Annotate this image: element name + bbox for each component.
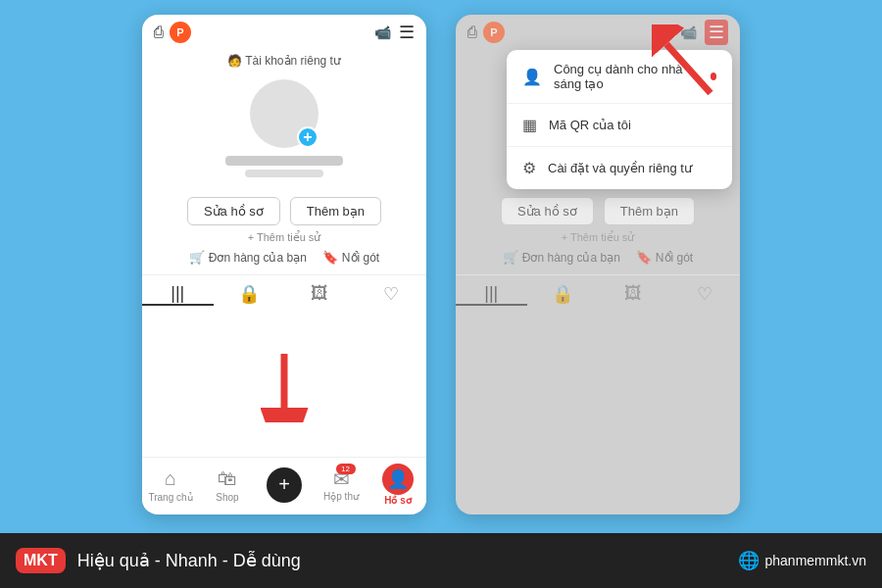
svg-line-3	[666, 44, 710, 93]
left-top-bar: ⎙ P 📹 ☰	[142, 15, 426, 50]
tab-heart-left[interactable]: ♡	[356, 283, 427, 306]
avatar-add-icon[interactable]: +	[297, 126, 318, 148]
bookmark-icon-right: 🔖	[636, 250, 652, 265]
home-icon-left: ⌂	[165, 467, 176, 490]
wishlist-link-left[interactable]: 🔖 Nổi gót	[322, 250, 379, 265]
left-phone: ⎙ P 📹 ☰ 🧑 Tài khoản riêng tư +	[142, 15, 426, 514]
add-nav-left[interactable]: +	[256, 467, 313, 503]
share-icon[interactable]: ⎙	[154, 24, 164, 41]
phones-area: ⎙ P 📹 ☰ 🧑 Tài khoản riêng tư +	[0, 0, 882, 533]
shop-icon-left: 🛍	[218, 467, 237, 490]
tab-heart-right[interactable]: ♡	[669, 283, 741, 306]
sub-bar-left	[245, 170, 323, 177]
bottom-nav-left: ⌂ Trang chủ 🛍 Shop + ✉ Hộp thư 👤 Hồ sơ	[142, 457, 426, 512]
inbox-nav-left[interactable]: ✉ Hộp thư	[313, 467, 369, 502]
hamburger-menu-icon[interactable]: ☰	[399, 22, 415, 43]
tab-grid-right[interactable]: |||	[456, 283, 527, 306]
bottom-tagline: Hiệu quả - Nhanh - Dễ dùng	[77, 550, 726, 571]
avatar-wrapper-left: +	[250, 79, 318, 148]
cart-icon-right: 🛒	[503, 250, 518, 265]
inbox-badge-left: ✉	[333, 467, 350, 491]
name-bar-left	[225, 156, 343, 166]
share-icon-right[interactable]: ⎙	[467, 24, 477, 41]
action-buttons-left: Sửa hồ sơ Thêm bạn	[142, 197, 426, 225]
left-top-bar-right: 📹 ☰	[374, 22, 415, 43]
qr-icon: ▦	[522, 116, 537, 134]
globe-icon: 🌐	[738, 550, 760, 571]
tab-image-left[interactable]: 🖼	[284, 283, 356, 306]
edit-profile-button-left[interactable]: Sửa hồ sơ	[187, 197, 280, 225]
more-details-right[interactable]: + Thêm tiểu sử	[456, 231, 740, 244]
nav-tabs-left: ||| 🔒 🖼 ♡	[142, 274, 426, 310]
settings-icon: ⚙	[522, 159, 536, 177]
action-buttons-right: Sửa hồ sơ Thêm bạn	[456, 197, 740, 225]
account-label-left: 🧑 Tài khoản riêng tư	[142, 50, 426, 75]
creator-icon: 👤	[522, 68, 542, 86]
add-icon-left: +	[267, 467, 302, 503]
cart-icon-left: 🛒	[189, 250, 205, 265]
shop-nav-left[interactable]: 🛍 Shop	[199, 467, 256, 503]
profile-icon-left: 👤	[382, 464, 414, 495]
add-friend-button-left[interactable]: Thêm bạn	[290, 197, 381, 225]
live-icon: 📹	[374, 24, 391, 40]
edit-profile-button-right[interactable]: Sửa hồ sơ	[501, 197, 594, 225]
p-badge: P	[170, 22, 191, 43]
arrow-up-right	[652, 24, 730, 107]
dropdown-item-settings[interactable]: ⚙ Cài đặt và quyền riêng tư	[507, 147, 732, 189]
order-link-left[interactable]: 🛒 Đơn hàng của bạn	[189, 250, 307, 265]
profile-nav-left[interactable]: 👤 Hồ sơ	[369, 464, 426, 506]
content-area-left	[142, 310, 426, 457]
mkt-logo: MKT	[16, 548, 66, 573]
bottom-bar: MKT Hiệu quả - Nhanh - Dễ dùng 🌐 phanmem…	[0, 533, 882, 588]
order-links-left: 🛒 Đơn hàng của bạn 🔖 Nổi gót	[142, 250, 426, 265]
home-nav-left[interactable]: ⌂ Trang chủ	[142, 467, 199, 503]
left-top-bar-left: ⎙ P	[154, 22, 191, 43]
tab-image-right[interactable]: 🖼	[598, 283, 669, 306]
avatar-section-left: +	[142, 75, 426, 187]
tab-grid-left[interactable]: |||	[142, 283, 214, 306]
add-friend-button-right[interactable]: Thêm bạn	[604, 197, 695, 225]
tab-lock-right[interactable]: 🔒	[527, 283, 599, 306]
dropdown-item-qr[interactable]: ▦ Mã QR của tôi	[507, 104, 732, 147]
tab-lock-left[interactable]: 🔒	[214, 283, 285, 306]
more-details-left[interactable]: + Thêm tiểu sử	[142, 231, 426, 244]
bottom-website: 🌐 phanmemmkt.vn	[738, 550, 866, 571]
bookmark-icon-left: 🔖	[322, 250, 338, 265]
main-container: ⎙ P 📹 ☰ 🧑 Tài khoản riêng tư +	[0, 0, 882, 588]
right-phone: ⎙ P 📹 ☰ 🧑 Tài khoản riêng tư	[456, 15, 740, 514]
nav-tabs-right: ||| 🔒 🖼 ♡	[456, 274, 740, 310]
order-links-right: 🛒 Đơn hàng của bạn 🔖 Nổi gót	[456, 250, 740, 265]
wishlist-link-right[interactable]: 🔖 Nổi gót	[636, 250, 693, 265]
right-top-bar-left: ⎙ P	[467, 22, 505, 43]
p-badge-right: P	[483, 22, 505, 43]
order-link-right[interactable]: 🛒 Đơn hàng của bạn	[503, 250, 620, 265]
